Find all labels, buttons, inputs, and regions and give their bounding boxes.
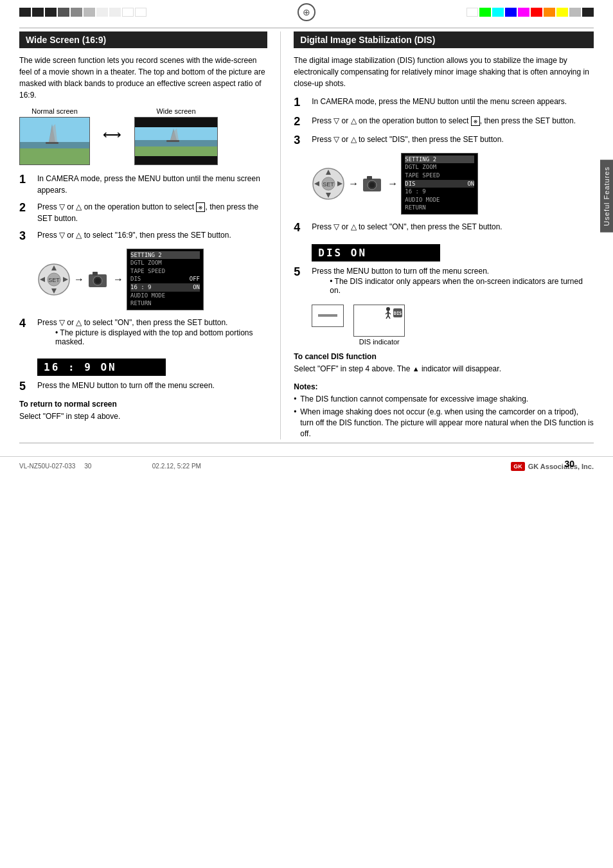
top-strip-left (19, 8, 147, 17)
small-screen-icon (312, 305, 344, 327)
dis-indicator-area: DIS DIS indicator (294, 305, 594, 346)
normal-screen-svg (20, 118, 90, 165)
r-step-text-2: Press ▽ or △ on the operation button to … (312, 115, 594, 127)
arrow-connector: → (74, 274, 84, 285)
svg-line-43 (388, 315, 390, 319)
svg-rect-26 (93, 272, 98, 276)
svg-rect-6 (46, 142, 58, 144)
page-header: ⊕ (0, 0, 613, 24)
strip-seg (505, 8, 517, 17)
wide-screen-title: Wide Screen (16:9) (19, 31, 267, 48)
header-divider (19, 28, 594, 28)
to-return-section: To return to normal screen Select "OFF" … (19, 400, 267, 422)
svg-point-36 (369, 182, 375, 188)
step-1-right: 1 In CAMERA mode, press the MENU button … (294, 96, 594, 110)
arrow-connector-right: → (348, 178, 359, 190)
strip-seg (45, 8, 57, 17)
menu-diagram-left: SET → → SETTING 2 DGTL ZOOM (37, 249, 267, 310)
useful-features-tab: Useful Features (600, 160, 613, 233)
menu-row-audio: AUDIO MODE (130, 292, 200, 300)
page-number: 30 (564, 459, 574, 469)
step-2-left: 2 Press ▽ or △ on the operation button t… (19, 201, 267, 224)
step-4-right: 4 Press ▽ or △ to select "ON", then pres… (294, 221, 594, 235)
camera-icon-right (362, 175, 384, 193)
strip-seg (479, 8, 491, 17)
to-return-text: Select "OFF" in step 4 above. (19, 411, 267, 422)
to-cancel-title: To cancel DIS function (294, 352, 594, 361)
gk-badge: GK (511, 462, 525, 471)
r-step-num-2: 2 (294, 115, 306, 129)
arrow-between-screens: ⟷ (100, 127, 125, 142)
r-step-num-5: 5 (294, 265, 306, 279)
wide-screen-section: Wide Screen (16:9) The wide screen funct… (19, 31, 281, 439)
strip-seg (122, 8, 134, 17)
camera-icon (87, 270, 110, 288)
strip-seg (582, 8, 594, 17)
wide-screen-intro: The wide screen function lets you record… (19, 55, 267, 101)
note-1: The DIS function cannot compensate for e… (294, 394, 594, 405)
normal-screen-box (19, 117, 90, 165)
menu-screen-left: SETTING 2 DGTL ZOOM TAPE SPEED DISOFF 16… (127, 249, 204, 310)
r-step-text-1: In CAMERA mode, press the MENU button un… (312, 96, 594, 107)
strip-seg (518, 8, 529, 17)
menu-diagram-right: SET → → SETTING 2 DGTL ZOOM TAPE SPEED (312, 153, 594, 215)
step-text-2: Press ▽ or △ on the operation button to … (37, 201, 267, 224)
to-cancel-text: Select "OFF" in step 4 above. The ▲ indi… (294, 363, 594, 375)
dis-indicator-label: DIS indicator (359, 338, 400, 346)
svg-rect-9 (135, 156, 218, 165)
result-bar-left: 16 : 9 ON (37, 359, 166, 376)
result-bar-right: DIS ON (312, 244, 440, 261)
wide-screen-label: Wide screen (134, 107, 218, 115)
menu-row-return: RETURN (130, 299, 200, 308)
r-menu-row-return: RETURN (405, 204, 474, 212)
step-5-left: 5 Press the MENU button to turn off the … (19, 380, 267, 394)
svg-line-42 (386, 315, 388, 319)
strip-seg (32, 8, 44, 17)
svg-point-25 (95, 278, 100, 283)
strip-seg (71, 8, 82, 17)
strip-seg (109, 8, 121, 17)
menu-row-169: 16 : 9ON (130, 283, 200, 292)
footer-page-num: 30 (84, 463, 91, 470)
dis-intro: The digital image stabilization (DIS) fu… (294, 55, 594, 89)
to-return-title: To return to normal screen (19, 400, 267, 409)
menu-row-title: SETTING 2 (130, 251, 200, 260)
wide-screen-box (134, 117, 218, 165)
strip-seg (556, 8, 568, 17)
r-step-text-5: Press the MENU button to turn off the me… (312, 267, 489, 276)
r-step-text-3: Press ▽ or △ to select "DIS", then press… (312, 134, 594, 145)
strip-seg (19, 8, 31, 17)
footer-divider (19, 443, 594, 443)
step-2-right: 2 Press ▽ or △ on the operation button t… (294, 115, 594, 129)
wide-screen-svg (135, 118, 218, 165)
r-step-num-3: 3 (294, 134, 306, 148)
strip-seg (544, 8, 555, 17)
step-num-4: 4 (19, 317, 32, 331)
notes-section: Notes: The DIS function cannot compensat… (294, 382, 594, 439)
r-menu-row-dis: DISON (405, 180, 474, 188)
svg-rect-8 (135, 118, 218, 127)
step-num-2: 2 (19, 201, 32, 215)
control-pad-svg: SET (37, 263, 71, 296)
r-step-num-1: 1 (294, 96, 306, 110)
step-4-sub-note: The picture is displayed with the top an… (55, 328, 267, 346)
menu-screen-right: SETTING 2 DGTL ZOOM TAPE SPEED DISON 16 … (401, 153, 478, 215)
r-menu-row-audio: AUDIO MODE (405, 196, 474, 204)
menu-row-zoom: DGTL ZOOM (130, 259, 200, 267)
step-3-right: 3 Press ▽ or △ to select "DIS", then pre… (294, 134, 594, 148)
step-text-1: In CAMERA mode, press the MENU button un… (37, 173, 267, 196)
strip-seg (58, 8, 69, 17)
r-menu-row-zoom: DGTL ZOOM (405, 163, 474, 172)
r-step-num-4: 4 (294, 221, 306, 235)
step-4-left: 4 Press ▽ or △ to select "ON", then pres… (19, 317, 267, 350)
note-2: When image shaking does not occur (e.g. … (294, 407, 594, 439)
gk-label: GK Associates, Inc. (528, 463, 594, 470)
svg-rect-15 (166, 140, 179, 142)
step-1-left: 1 In CAMERA mode, press the MENU button … (19, 173, 267, 196)
page-footer: VL-NZ50U-027-033 30 02.2.12, 5:22 PM GK … (0, 456, 613, 476)
dis-indicator-screen: DIS (353, 305, 405, 337)
menu-row-tape: TAPE SPEED (130, 267, 200, 276)
gk-logo: GK GK Associates, Inc. (511, 462, 594, 471)
step-text-4: Press ▽ or △ to select "ON", then press … (37, 318, 227, 327)
compass-icon: ⊕ (298, 3, 315, 21)
